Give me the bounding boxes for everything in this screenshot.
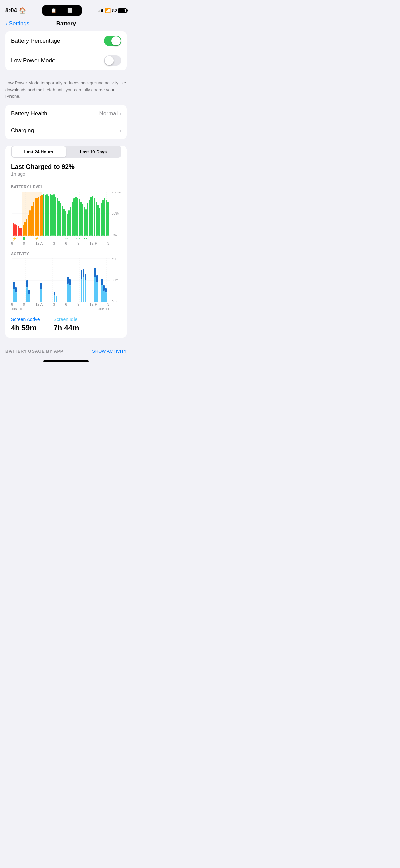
chevron-right-icon: › bbox=[120, 111, 121, 116]
svg-rect-47 bbox=[72, 202, 73, 236]
activity-date-labels: Jun 10 Jun 11 bbox=[11, 307, 109, 311]
x-label-12am: 12 A bbox=[35, 241, 43, 245]
act-x-12a: 12 A bbox=[35, 302, 43, 307]
screen-idle-value: 7h 44m bbox=[54, 323, 79, 332]
charging-label: Charging bbox=[11, 127, 34, 134]
battery-health-row[interactable]: Battery Health Normal › bbox=[5, 105, 127, 122]
svg-rect-17 bbox=[21, 228, 22, 236]
battery-level-section: BATTERY LEVEL bbox=[5, 185, 127, 246]
screen-active-item: Screen Active 4h 59m bbox=[11, 317, 40, 332]
battery-health-value: Normal › bbox=[99, 110, 121, 117]
last-charged-info: Last Charged to 92% 1h ago bbox=[5, 158, 127, 179]
svg-rect-109 bbox=[96, 275, 98, 282]
svg-rect-99 bbox=[69, 279, 71, 285]
activity-section: ACTIVITY bbox=[5, 252, 127, 313]
svg-rect-34 bbox=[50, 194, 51, 236]
last-charged-subtitle: 1h ago bbox=[11, 171, 121, 177]
date-jun11: Jun 11 bbox=[98, 307, 109, 311]
act-x-9p: 9 bbox=[77, 302, 79, 307]
svg-rect-52 bbox=[80, 202, 82, 236]
battery-fill bbox=[119, 9, 125, 12]
status-right: 📶 87 bbox=[98, 8, 127, 13]
svg-rect-96 bbox=[67, 284, 69, 302]
svg-rect-43 bbox=[65, 211, 66, 236]
svg-rect-30 bbox=[43, 194, 44, 236]
svg-text:0m: 0m bbox=[112, 300, 117, 302]
signal-bar-3 bbox=[101, 9, 102, 12]
activity-x-time-labels: 6 9 12 A 3 6 9 12 P 3 bbox=[11, 302, 109, 307]
page-title: Battery bbox=[56, 20, 76, 27]
svg-rect-106 bbox=[94, 277, 96, 302]
wifi-icon: 📶 bbox=[105, 8, 111, 13]
svg-rect-21 bbox=[28, 215, 29, 236]
svg-rect-20 bbox=[26, 219, 27, 236]
last-10-days-button[interactable]: Last 10 Days bbox=[66, 146, 121, 157]
svg-rect-63 bbox=[99, 208, 100, 236]
battery-body bbox=[118, 8, 127, 13]
x-label-9am: 9 bbox=[23, 241, 25, 245]
svg-rect-114 bbox=[105, 292, 107, 302]
charging-dash-1: — bbox=[18, 237, 21, 241]
charging-bolt-2: ⚡ bbox=[35, 236, 39, 241]
svg-rect-112 bbox=[103, 291, 105, 302]
signal-bars bbox=[98, 9, 103, 12]
battery-level-chart: 100% 50% 0% bbox=[11, 192, 121, 236]
battery-percentage-toggle[interactable] bbox=[104, 36, 121, 46]
chevron-right-icon-charging: › bbox=[120, 128, 121, 133]
time-selector: Last 24 Hours Last 10 Days bbox=[11, 146, 121, 158]
svg-rect-97 bbox=[67, 277, 69, 284]
svg-rect-107 bbox=[94, 268, 96, 277]
svg-rect-50 bbox=[77, 198, 78, 236]
svg-rect-16 bbox=[19, 228, 21, 236]
x-label-6pm: 6 bbox=[65, 241, 67, 245]
activity-label: ACTIVITY bbox=[11, 252, 121, 256]
svg-rect-44 bbox=[67, 214, 68, 236]
svg-rect-39 bbox=[58, 201, 60, 236]
last-24-hours-button[interactable]: Last 24 Hours bbox=[12, 146, 66, 157]
svg-rect-100 bbox=[81, 279, 82, 302]
charging-pause-1: ⏸ bbox=[22, 237, 26, 241]
svg-rect-29 bbox=[41, 195, 43, 236]
svg-rect-90 bbox=[28, 290, 30, 294]
divider-1 bbox=[11, 182, 121, 182]
back-button[interactable]: ‹ Settings bbox=[5, 20, 29, 27]
battery-percent-label: 87 bbox=[112, 8, 117, 13]
svg-rect-56 bbox=[87, 203, 88, 236]
show-activity-link[interactable]: SHOW ACTIVITY bbox=[92, 349, 127, 354]
charging-row[interactable]: Charging › bbox=[5, 122, 127, 139]
svg-rect-37 bbox=[55, 197, 56, 236]
svg-rect-88 bbox=[26, 280, 28, 287]
charging-dot-1: • bbox=[65, 237, 67, 241]
svg-rect-46 bbox=[70, 207, 71, 236]
svg-rect-66 bbox=[104, 198, 105, 236]
x-label-3: 3 bbox=[107, 241, 109, 245]
low-power-mode-toggle[interactable] bbox=[104, 55, 121, 66]
svg-rect-95 bbox=[56, 296, 57, 302]
home-icon: 🏠 bbox=[19, 7, 26, 14]
svg-rect-36 bbox=[53, 194, 55, 236]
screen-active-label: Screen Active bbox=[11, 317, 40, 322]
svg-rect-93 bbox=[54, 295, 55, 302]
svg-rect-31 bbox=[45, 195, 46, 236]
charging-icons-row: ⚡ — ⏸ —— ⚡ ——— • • • • • • bbox=[11, 236, 121, 241]
x-label-9pm: 9 bbox=[77, 241, 79, 245]
battery-percentage-label: Battery Percentage bbox=[11, 38, 60, 44]
svg-rect-51 bbox=[79, 199, 80, 236]
svg-rect-83 bbox=[13, 289, 15, 302]
svg-rect-89 bbox=[28, 294, 30, 302]
x-label-6am: 6 bbox=[11, 241, 13, 245]
act-x-12p: 12 P bbox=[89, 302, 97, 307]
svg-rect-92 bbox=[40, 283, 42, 289]
svg-rect-55 bbox=[85, 209, 87, 236]
svg-rect-101 bbox=[81, 270, 82, 279]
svg-text:30m: 30m bbox=[112, 278, 118, 282]
svg-rect-26 bbox=[36, 198, 38, 236]
battery-chart-wrapper: 100% 50% 0% ⚡ — ⏸ —— ⚡ ——— • • • • • • 6 bbox=[11, 192, 121, 246]
back-label: Settings bbox=[9, 20, 29, 27]
svg-rect-49 bbox=[75, 197, 77, 236]
home-indicator-area bbox=[0, 354, 132, 366]
low-power-description: Low Power Mode temporarily reduces backg… bbox=[0, 77, 132, 105]
svg-rect-22 bbox=[29, 210, 31, 236]
charging-dot-2: • bbox=[67, 237, 69, 241]
svg-rect-67 bbox=[106, 200, 107, 236]
